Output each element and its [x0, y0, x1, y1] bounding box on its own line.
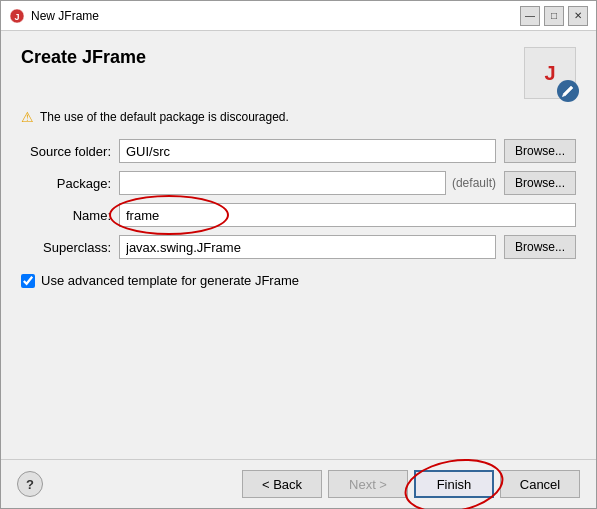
- cancel-button[interactable]: Cancel: [500, 470, 580, 498]
- form-area: Source folder: Browse... Package: (defau…: [21, 139, 576, 288]
- advanced-template-label[interactable]: Use advanced template for generate JFram…: [41, 273, 299, 288]
- dialog-footer: ? < Back Next > Finish Cancel: [1, 459, 596, 508]
- jframe-icon-bg: J: [524, 47, 576, 99]
- footer-right: < Back Next > Finish Cancel: [242, 470, 580, 498]
- jframe-icon-overlay: [557, 80, 579, 102]
- close-button[interactable]: ✕: [568, 6, 588, 26]
- warning-row: ⚠ The use of the default package is disc…: [21, 109, 576, 125]
- package-row: Package: (default) Browse...: [21, 171, 576, 195]
- minimize-button[interactable]: —: [520, 6, 540, 26]
- package-input[interactable]: [119, 171, 446, 195]
- package-browse-button[interactable]: Browse...: [504, 171, 576, 195]
- back-button[interactable]: < Back: [242, 470, 322, 498]
- header-row: Create JFrame J: [21, 47, 576, 99]
- finish-wrap: Finish: [414, 470, 494, 498]
- title-controls: — □ ✕: [520, 6, 588, 26]
- superclass-browse-button[interactable]: Browse...: [504, 235, 576, 259]
- footer-left: ?: [17, 471, 43, 497]
- superclass-input[interactable]: [119, 235, 496, 259]
- help-button[interactable]: ?: [17, 471, 43, 497]
- title-bar-left: J New JFrame: [9, 8, 99, 24]
- checkbox-row: Use advanced template for generate JFram…: [21, 273, 576, 288]
- package-label: Package:: [21, 176, 111, 191]
- advanced-template-checkbox[interactable]: [21, 274, 35, 288]
- finish-button[interactable]: Finish: [414, 470, 494, 498]
- source-folder-row: Source folder: Browse...: [21, 139, 576, 163]
- window-icon: J: [9, 8, 25, 24]
- maximize-button[interactable]: □: [544, 6, 564, 26]
- next-button[interactable]: Next >: [328, 470, 408, 498]
- superclass-label: Superclass:: [21, 240, 111, 255]
- window-title: New JFrame: [31, 9, 99, 23]
- package-input-wrap: (default): [119, 171, 496, 195]
- dialog-window: J New JFrame — □ ✕ Create JFrame J: [0, 0, 597, 509]
- package-default-label: (default): [452, 176, 496, 190]
- name-row: Name:: [21, 203, 576, 227]
- source-folder-browse-button[interactable]: Browse...: [504, 139, 576, 163]
- jframe-icon-letter: J: [544, 62, 555, 85]
- page-title: Create JFrame: [21, 47, 146, 68]
- pen-icon: [561, 84, 575, 98]
- jframe-icon-container: J: [524, 47, 576, 99]
- name-input[interactable]: [119, 203, 576, 227]
- title-bar: J New JFrame — □ ✕: [1, 1, 596, 31]
- warning-icon: ⚠: [21, 109, 34, 125]
- source-folder-label: Source folder:: [21, 144, 111, 159]
- dialog-content: Create JFrame J ⚠ The use of the default…: [1, 31, 596, 459]
- svg-text:J: J: [14, 12, 19, 22]
- warning-text: The use of the default package is discou…: [40, 110, 289, 124]
- name-label: Name:: [21, 208, 111, 223]
- source-folder-input[interactable]: [119, 139, 496, 163]
- superclass-row: Superclass: Browse...: [21, 235, 576, 259]
- name-input-wrap: [119, 203, 576, 227]
